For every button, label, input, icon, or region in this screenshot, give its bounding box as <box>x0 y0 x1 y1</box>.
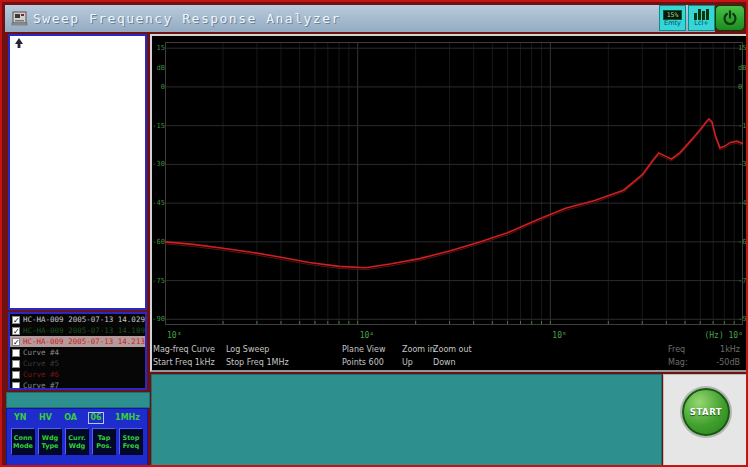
menu-item[interactable]: Log Sweep <box>226 345 269 354</box>
y-axis-unit-right: dB <box>738 64 746 72</box>
curve-checkbox[interactable] <box>12 360 20 368</box>
y-tick-label-right: 0 <box>738 83 746 91</box>
readout-value: -50dB <box>698 358 740 367</box>
curve-checkbox[interactable] <box>12 382 20 390</box>
menu-item[interactable]: Plane View <box>342 345 385 354</box>
curve-shadow <box>165 121 743 270</box>
start-panel: START <box>663 374 748 466</box>
curve-checkbox[interactable] <box>12 349 20 357</box>
curve-list-item[interactable]: Curve #7 <box>10 380 145 390</box>
curve-checkbox[interactable]: ✓ <box>12 316 20 324</box>
power-button[interactable] <box>715 5 745 31</box>
curve-label: HC-HA-009 2005-07-13 14.029 <box>23 315 145 324</box>
control-button-line1: Wdg <box>42 434 58 442</box>
y-tick-label-right: -60 <box>738 238 746 246</box>
y-tick-label-right: -15 <box>738 122 746 130</box>
app-window: Sweep Frequency Response Analyzer 15% Em… <box>0 0 748 467</box>
y-tick-label: -60 <box>152 238 165 246</box>
curve-list-panel: ✓HC-HA-009 2005-07-13 14.029✓HC-HA-009 2… <box>8 312 147 390</box>
readout-label: Mag: <box>668 358 688 367</box>
y-tick-label-right: -45 <box>738 199 746 207</box>
y-axis-unit: dB <box>152 64 165 72</box>
control-button[interactable]: ConnMode <box>11 428 35 455</box>
y-tick-label-right: -30 <box>738 160 746 168</box>
chart-panel: 151500-15-15-30-30-45-45-60-60-75-75-90-… <box>150 34 748 372</box>
curve-list-item[interactable]: Curve #4 <box>10 347 145 358</box>
response-curve <box>165 119 743 268</box>
control-button-line2: Type <box>42 442 59 450</box>
control-button-line1: Conn <box>14 434 33 442</box>
setting-value: HV <box>38 413 53 423</box>
y-tick-label: -45 <box>152 199 165 207</box>
menu-item[interactable]: Zoom out <box>433 345 472 354</box>
frequency-response-plot[interactable] <box>165 42 743 325</box>
measurement-panel <box>151 374 662 466</box>
curve-list-item[interactable]: Curve #6 <box>10 369 145 380</box>
menu-item[interactable]: Stop Freq 1MHz <box>226 358 289 367</box>
y-tick-label: -30 <box>152 160 165 168</box>
menu-item[interactable]: Start Freq 1kHz <box>153 358 215 367</box>
menu-item[interactable]: Down <box>433 358 456 367</box>
x-tick-label: (Hz) 10⁶ <box>691 331 743 340</box>
curve-checkbox[interactable]: ✓ <box>12 327 20 335</box>
menu-item[interactable]: Mag-freq Curve <box>153 345 215 354</box>
control-button-line2: Pos. <box>96 442 112 450</box>
control-button[interactable]: StopFreq <box>119 428 143 455</box>
curve-checkbox[interactable]: ✓ <box>12 338 20 346</box>
y-tick-label: -15 <box>152 122 165 130</box>
curve-label: HC-HA-009 2005-07-13 14.213 <box>23 337 145 346</box>
curve-list-item[interactable]: Curve #5 <box>10 358 145 369</box>
values-row: YNHVOA061MHz <box>7 409 147 425</box>
control-button-line1: Tap <box>98 434 111 442</box>
title-bar: Sweep Frequency Response Analyzer <box>5 5 715 32</box>
readout-value: 1kHz <box>698 345 740 354</box>
control-button[interactable]: WdgType <box>38 428 62 455</box>
curve-label: Curve #5 <box>23 359 59 368</box>
y-tick-label-right: -75 <box>738 277 746 285</box>
battery-indicator[interactable]: 15% Emty <box>659 5 686 31</box>
setting-value: 1MHz <box>114 413 141 423</box>
menu-item[interactable]: Zoom in <box>402 345 435 354</box>
tree-root-icon <box>14 38 24 49</box>
window-title: Sweep Frequency Response Analyzer <box>33 11 341 26</box>
y-tick-label: -90 <box>152 315 165 323</box>
y-tick-label-right: 15 <box>738 44 746 52</box>
control-buttons: ConnModeWdgTypeCurr.WdgTapPos.StopFreq <box>7 425 147 458</box>
battery-indicator-label: Emty <box>664 20 681 27</box>
file-tree-panel[interactable] <box>8 34 147 310</box>
start-button[interactable]: START <box>682 388 730 436</box>
control-button[interactable]: Curr.Wdg <box>65 428 89 455</box>
battery-badge: 15% <box>663 10 682 20</box>
control-panel: YNHVOA061MHz ConnModeWdgTypeCurr.WdgTapP… <box>6 408 148 466</box>
control-button[interactable]: TapPos. <box>92 428 116 455</box>
curve-list: ✓HC-HA-009 2005-07-13 14.029✓HC-HA-009 2… <box>10 314 145 390</box>
control-button-line1: Stop <box>123 434 140 442</box>
control-button-line2: Wdg <box>69 442 85 450</box>
level-indicator-label: Lcl+ <box>694 20 708 27</box>
curve-list-item[interactable]: ✓HC-HA-009 2005-07-13 14.029 <box>10 314 145 325</box>
control-button-line2: Freq <box>123 442 139 450</box>
curve-label: Curve #7 <box>23 381 59 390</box>
power-icon <box>720 8 740 28</box>
level-indicator[interactable]: Lcl+ <box>688 5 715 31</box>
curve-checkbox[interactable] <box>12 371 20 379</box>
readout-label: Freq <box>668 345 685 354</box>
x-tick-label: 10⁵ <box>552 331 566 340</box>
menu-item[interactable]: Up <box>402 358 413 367</box>
y-tick-label-right: -90 <box>738 315 746 323</box>
y-tick-label: -75 <box>152 277 165 285</box>
setting-value: YN <box>13 413 28 423</box>
x-tick-label: 10⁴ <box>360 331 374 340</box>
status-strip <box>6 392 150 408</box>
y-tick-label: 0 <box>152 83 165 91</box>
control-button-line1: Curr. <box>68 434 85 442</box>
curve-label: Curve #4 <box>23 348 59 357</box>
control-button-line2: Mode <box>13 442 33 450</box>
curve-list-item[interactable]: ✓HC-HA-009 2005-07-13 14.189 <box>10 325 145 336</box>
setting-value: 06 <box>88 412 103 424</box>
menu-item[interactable]: Points 600 <box>342 358 384 367</box>
x-tick-label: 10³ <box>167 331 181 340</box>
y-tick-label: 15 <box>152 44 165 52</box>
curve-list-item[interactable]: ✓HC-HA-009 2005-07-13 14.213 <box>10 336 145 347</box>
setting-value: OA <box>63 413 78 423</box>
